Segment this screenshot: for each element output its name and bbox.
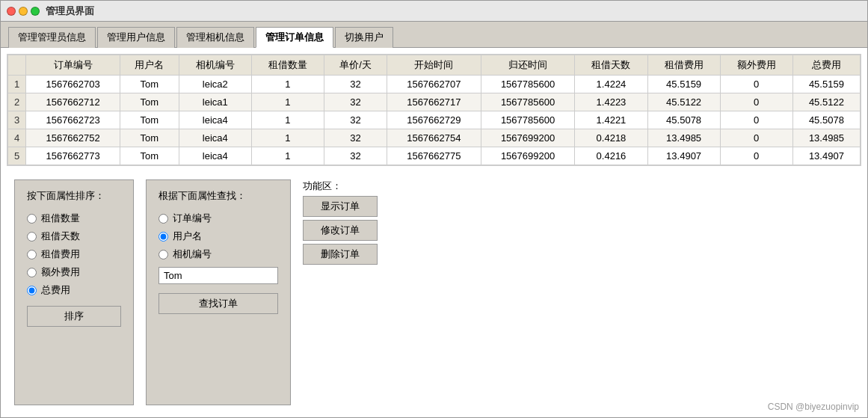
table-cell: 45.5078	[647, 111, 720, 129]
table-cell: 0	[720, 76, 792, 93]
main-window: 管理员界面 管理管理员信息 管理用户信息 管理相机信息 管理订单信息 切换用户 …	[0, 0, 868, 418]
table-cell: 1567662729	[387, 111, 481, 129]
sort-options: 租借数量 租借天数 租借费用 额外费用	[27, 212, 121, 297]
table-cell: 0.4216	[575, 147, 647, 165]
row-number: 2	[8, 93, 26, 111]
orders-table: 订单编号 用户名 相机编号 租借数量 单价/天 开始时间 归还时间 租借天数 租…	[7, 55, 861, 165]
table-cell: 1	[251, 93, 324, 111]
function-area: 功能区： 显示订单 修改订单 删除订单	[303, 179, 400, 405]
tab-order[interactable]: 管理订单信息	[256, 27, 333, 48]
table-cell: 0	[720, 129, 792, 147]
tab-switch-user[interactable]: 切换用户	[335, 27, 393, 48]
table-cell: Tom	[120, 93, 179, 111]
table-cell: 1567662723	[26, 111, 120, 129]
table-cell: 32	[324, 93, 387, 111]
minimize-button[interactable]	[19, 7, 28, 16]
content-area: 订单编号 用户名 相机编号 租借数量 单价/天 开始时间 归还时间 租借天数 租…	[1, 48, 867, 417]
table-cell: leica4	[179, 111, 251, 129]
table-cell: 0.4218	[575, 129, 647, 147]
col-order-id: 订单编号	[26, 55, 120, 76]
sort-total-radio[interactable]	[27, 286, 37, 295]
table-row[interactable]: 31567662723Tomleica413215676627291567785…	[8, 111, 861, 129]
sort-option-days[interactable]: 租借天数	[27, 230, 121, 243]
search-option-camera[interactable]: 相机编号	[158, 248, 278, 261]
table-cell: leica1	[179, 93, 251, 111]
tab-camera[interactable]: 管理相机信息	[176, 27, 254, 48]
table-cell: 32	[324, 147, 387, 165]
table-cell: 1.4221	[575, 111, 647, 129]
search-panel-title: 根据下面属性查找：	[158, 189, 278, 203]
orders-table-section: 订单编号 用户名 相机编号 租借数量 单价/天 开始时间 归还时间 租借天数 租…	[7, 54, 861, 166]
table-cell: 1	[251, 111, 324, 129]
sort-cost-radio[interactable]	[27, 250, 37, 259]
sort-option-total[interactable]: 总费用	[27, 283, 121, 297]
search-option-order[interactable]: 订单编号	[158, 212, 278, 225]
sort-button[interactable]: 排序	[27, 306, 121, 327]
table-cell: 1567662712	[26, 93, 120, 111]
search-order-radio[interactable]	[158, 214, 168, 224]
sort-extra-radio[interactable]	[27, 268, 37, 277]
table-row[interactable]: 51567662773Tomleica413215676627751567699…	[8, 147, 861, 165]
sort-panel: 按下面属性排序： 租借数量 租借天数 租借费用	[14, 179, 134, 405]
close-button[interactable]	[7, 7, 16, 16]
col-camera-id: 相机编号	[179, 55, 251, 76]
table-cell: 32	[324, 76, 387, 93]
table-header-row: 订单编号 用户名 相机编号 租借数量 单价/天 开始时间 归还时间 租借天数 租…	[8, 55, 861, 76]
table-row[interactable]: 21567662712Tomleica113215676627171567785…	[8, 93, 861, 111]
tab-admin[interactable]: 管理管理员信息	[8, 27, 96, 48]
col-return-time: 归还时间	[481, 55, 575, 76]
row-number: 3	[8, 111, 26, 129]
table-cell: 45.5122	[647, 93, 720, 111]
search-button[interactable]: 查找订单	[158, 293, 278, 314]
table-cell: 32	[324, 129, 387, 147]
tabs-bar: 管理管理员信息 管理用户信息 管理相机信息 管理订单信息 切换用户	[1, 22, 867, 48]
table-cell: 13.4907	[792, 147, 860, 165]
table-cell: 1567662703	[26, 76, 120, 93]
search-option-user[interactable]: 用户名	[158, 230, 278, 243]
table-cell: 1	[251, 129, 324, 147]
sort-days-radio[interactable]	[27, 232, 37, 242]
show-order-button[interactable]: 显示订单	[303, 196, 378, 217]
watermark: CSDN @biyezuopinvip	[768, 402, 859, 412]
edit-order-button[interactable]: 修改订单	[303, 220, 378, 241]
table-cell: 45.5159	[647, 76, 720, 93]
table-cell: 1567662752	[26, 129, 120, 147]
table-cell: 1567785600	[481, 93, 575, 111]
search-input[interactable]	[158, 267, 278, 284]
table-cell: 1.4223	[575, 93, 647, 111]
col-start-time: 开始时间	[387, 55, 481, 76]
search-options: 订单编号 用户名 相机编号	[158, 212, 278, 261]
window-title: 管理员界面	[46, 4, 94, 18]
search-user-radio[interactable]	[158, 232, 168, 242]
search-camera-radio[interactable]	[158, 250, 168, 259]
col-row-num	[8, 55, 26, 76]
table-cell: 45.5122	[792, 93, 860, 111]
title-bar: 管理员界面	[1, 1, 867, 22]
col-days: 租借天数	[575, 55, 647, 76]
maximize-button[interactable]	[31, 7, 40, 16]
sort-option-cost[interactable]: 租借费用	[27, 248, 121, 261]
table-cell: 13.4985	[647, 129, 720, 147]
table-cell: 13.4985	[792, 129, 860, 147]
col-unit-price: 单价/天	[324, 55, 387, 76]
sort-option-extra[interactable]: 额外费用	[27, 265, 121, 279]
table-row[interactable]: 41567662752Tomleica413215676627541567699…	[8, 129, 861, 147]
table-cell: 1567699200	[481, 129, 575, 147]
table-cell: 32	[324, 111, 387, 129]
col-qty: 租借数量	[251, 55, 324, 76]
sort-panel-title: 按下面属性排序：	[27, 189, 121, 203]
row-number: 5	[8, 147, 26, 165]
table-cell: leica2	[179, 76, 251, 93]
table-cell: 0	[720, 147, 792, 165]
table-row[interactable]: 11567662703Tomleica213215676627071567785…	[8, 76, 861, 93]
bottom-area: 按下面属性排序： 租借数量 租借天数 租借费用	[7, 173, 861, 411]
table-cell: 1567662707	[387, 76, 481, 93]
table-cell: 13.4907	[647, 147, 720, 165]
sort-option-qty[interactable]: 租借数量	[27, 212, 121, 225]
delete-order-button[interactable]: 删除订单	[303, 244, 378, 265]
sort-qty-radio[interactable]	[27, 214, 37, 224]
table-cell: 1567662775	[387, 147, 481, 165]
table-cell: leica4	[179, 147, 251, 165]
tab-user[interactable]: 管理用户信息	[97, 27, 175, 48]
func-buttons: 显示订单 修改订单 删除订单	[303, 196, 400, 265]
